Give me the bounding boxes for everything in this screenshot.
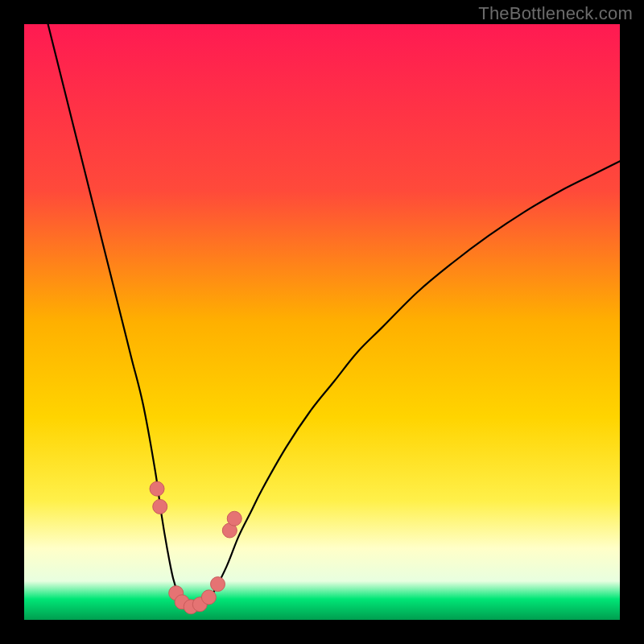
plot-area [24, 24, 620, 620]
curve-marker [211, 577, 225, 592]
chart-frame: TheBottleneck.com [0, 0, 644, 644]
gradient-background [24, 24, 620, 620]
watermark-text: TheBottleneck.com [478, 3, 633, 24]
curve-marker [201, 590, 216, 605]
curve-marker [150, 481, 164, 496]
curve-marker [153, 499, 167, 514]
curve-marker [227, 511, 242, 526]
bottleneck-chart [24, 24, 620, 620]
